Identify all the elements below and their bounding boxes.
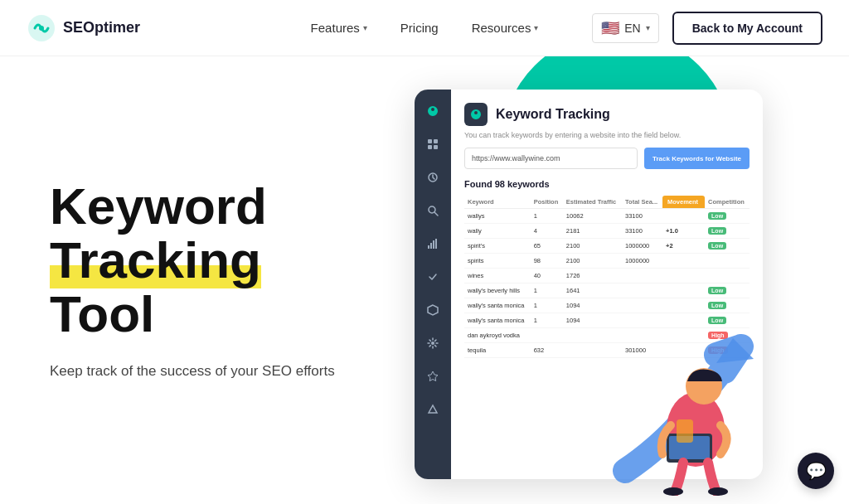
table-row: wally's beverly hills11641Low: [464, 284, 750, 298]
svg-point-1: [39, 26, 44, 31]
sidebar-icon-5: [424, 235, 441, 252]
svg-point-20: [708, 487, 728, 496]
hero-section: Keyword Tracking Tool Keep track of the …: [50, 179, 398, 382]
sidebar-icon-7: [424, 302, 441, 318]
sidebar-icon-4: [424, 202, 441, 219]
logo[interactable]: SEOptimer: [27, 13, 140, 43]
sidebar-icon-2: [424, 136, 441, 153]
main-content: Keyword Tracking Tool Keep track of the …: [0, 56, 849, 504]
svg-rect-11: [433, 240, 434, 249]
logo-text: SEOptimer: [63, 19, 140, 36]
col-keyword: Keyword: [464, 196, 531, 209]
col-competition: Competition: [705, 196, 750, 209]
table-row: wines401726: [464, 269, 750, 284]
flag-icon: 🇺🇸: [601, 19, 619, 37]
table-row: wallys11006233100Low: [464, 209, 750, 224]
table-row: spirits9821001000000: [464, 254, 750, 269]
card-subtitle: You can track keywords by entering a web…: [464, 131, 750, 139]
sidebar-icon-10: [424, 401, 441, 418]
nav-features[interactable]: Features ▾: [298, 14, 381, 41]
back-to-account-button[interactable]: Back to My Account: [672, 12, 822, 45]
nav-right: 🇺🇸 EN ▾ Back to My Account: [592, 12, 822, 45]
nav-resources[interactable]: Resources ▾: [458, 14, 552, 41]
svg-rect-4: [428, 145, 432, 149]
sidebar-icon-1: [424, 103, 441, 119]
features-chevron: ▾: [363, 23, 367, 32]
table-row: wally's santa monica11094Low: [464, 298, 750, 313]
url-bar: Track Keywords for Website: [464, 148, 750, 169]
svg-rect-12: [435, 239, 437, 249]
svg-rect-21: [677, 419, 693, 443]
url-input[interactable]: [464, 148, 638, 169]
col-position: Position: [531, 196, 563, 209]
sidebar-icon-3: [424, 169, 441, 186]
table-row: wally4218133100+1.0Low: [464, 224, 750, 239]
card-header: Keyword Tracking: [464, 103, 750, 126]
chat-icon: 💬: [806, 461, 827, 481]
col-traffic: Estimated Traffic: [563, 196, 622, 209]
sidebar-icon-8: [424, 335, 441, 351]
sidebar-icon-6: [424, 269, 441, 285]
svg-rect-3: [434, 139, 438, 143]
chat-bubble-button[interactable]: 💬: [798, 453, 834, 489]
hero-title: Keyword Tracking Tool: [50, 179, 398, 341]
card-title: Keyword Tracking: [496, 107, 610, 122]
col-total: Total Sea...: [622, 196, 662, 209]
navbar: SEOptimer Features ▾ Pricing Resources ▾…: [0, 0, 849, 56]
found-keywords-label: Found 98 keywords: [464, 179, 750, 189]
lang-chevron: ▾: [646, 23, 650, 32]
person-illustration: [642, 346, 750, 496]
svg-rect-2: [428, 139, 432, 143]
language-selector[interactable]: 🇺🇸 EN ▾: [592, 13, 658, 43]
col-movement: Movement: [662, 196, 705, 209]
hero-subtitle: Keep track of the success of your SEO ef…: [50, 361, 398, 382]
nav-links: Features ▾ Pricing Resources ▾: [298, 14, 552, 41]
svg-rect-5: [434, 145, 438, 149]
hero-visual: Keyword Tracking You can track keywords …: [398, 56, 799, 504]
track-keywords-button[interactable]: Track Keywords for Website: [644, 148, 750, 169]
lang-code: EN: [624, 22, 640, 35]
svg-point-13: [431, 342, 434, 345]
resources-chevron: ▾: [534, 23, 538, 32]
dashboard-sidebar: [415, 90, 451, 479]
svg-line-8: [434, 212, 438, 216]
table-row: spirit's6521001000000+2Low: [464, 239, 750, 254]
card-logo-icon: [464, 103, 488, 126]
svg-point-19: [663, 487, 683, 496]
nav-pricing[interactable]: Pricing: [387, 14, 452, 41]
sidebar-icon-9: [424, 368, 441, 385]
svg-rect-10: [430, 243, 432, 249]
svg-rect-9: [428, 245, 429, 249]
